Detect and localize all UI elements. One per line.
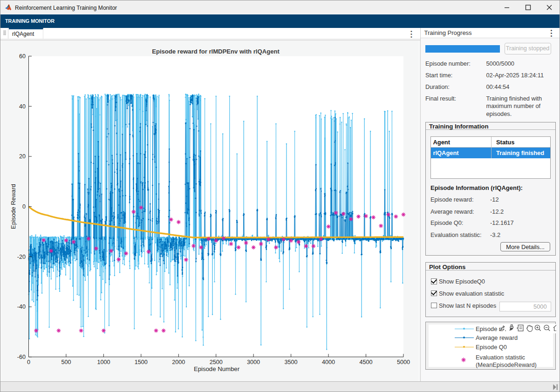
svg-text:Episode reward for rlMDPEnv wi: Episode reward for rlMDPEnv with rlQAgen…	[152, 48, 280, 55]
svg-text:5000: 5000	[397, 358, 410, 365]
svg-text:Episode Number: Episode Number	[194, 365, 240, 372]
svg-text:-60: -60	[17, 354, 26, 360]
svg-text:3500: 3500	[285, 358, 298, 365]
svg-text:4000: 4000	[322, 358, 335, 365]
svg-text:Episode Reward: Episode Reward	[10, 184, 17, 229]
svg-text:2500: 2500	[210, 358, 223, 365]
svg-text:0: 0	[27, 358, 30, 365]
svg-text:-40: -40	[17, 304, 26, 310]
svg-text:1500: 1500	[135, 358, 148, 365]
svg-text:2000: 2000	[172, 358, 185, 365]
svg-text:1000: 1000	[97, 358, 110, 365]
svg-text:20: 20	[19, 153, 26, 160]
svg-text:4500: 4500	[359, 358, 372, 365]
svg-text:60: 60	[19, 53, 26, 59]
svg-text:40: 40	[19, 103, 26, 109]
svg-text:3000: 3000	[247, 358, 260, 365]
svg-text:500: 500	[61, 358, 71, 365]
svg-text:-20: -20	[17, 253, 26, 260]
svg-text:0: 0	[22, 203, 26, 210]
